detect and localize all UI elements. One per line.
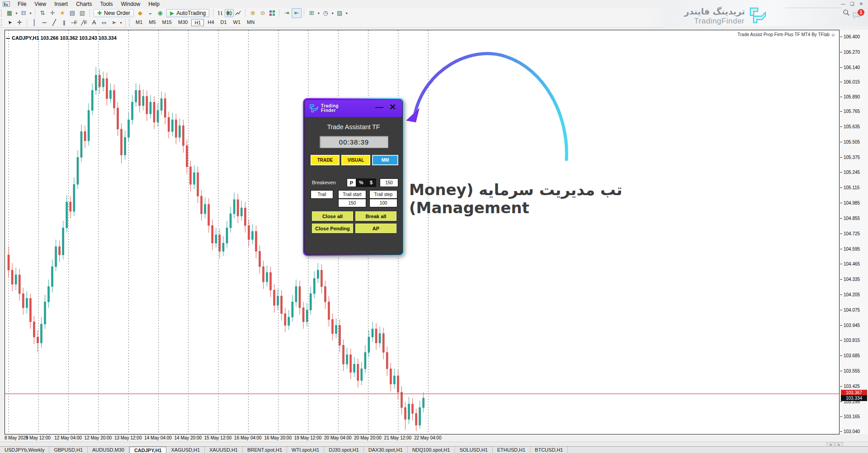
symbol-tab-xauusd-h1[interactable]: XAUUSD,H1 [205,447,243,453]
menu-file[interactable]: File [14,0,30,8]
line-chart-type-icon[interactable] [234,9,243,17]
window-minimize-button[interactable]: — [839,1,847,6]
timeframe-m30[interactable]: M30 [175,19,190,26]
templates-icon[interactable]: ▨ [335,9,344,18]
timeframe-h1[interactable]: H1 [191,19,204,26]
timeframe-m15[interactable]: M15 [160,19,175,26]
search-icon[interactable] [843,9,850,16]
panel-close-button[interactable]: ✕ [389,103,396,111]
breakeven-value-input[interactable]: 150 [380,178,398,187]
bar-chart-type-icon[interactable] [216,9,225,17]
profiles-caret-icon[interactable]: ▾ [28,11,33,15]
tab-trade[interactable]: TRADE [311,155,340,165]
trail-button[interactable]: Trail [311,190,333,199]
new-order-button[interactable]: ✚ New Order [94,9,134,17]
panel-minimize-button[interactable]: — [375,103,383,111]
new-chart-caret-icon[interactable]: ▾ [14,11,19,15]
date-tick-label: 9 May 12:00 [24,435,52,440]
arrows-tool-icon[interactable]: ➢ [109,18,119,27]
toolbar-grip [1,9,3,17]
symbol-tab-xagusd-h1[interactable]: XAGUSD,H1 [166,447,205,453]
metaeditor-icon[interactable]: ◆ [135,9,145,18]
timeframe-m5[interactable]: M5 [146,19,158,26]
menu-tools[interactable]: Tools [96,0,117,8]
symbol-tab-brent-spot-h1[interactable]: BRENT.spot,H1 [243,447,287,453]
autotrading-button[interactable]: ▶ AutoTrading [166,9,209,17]
indicators-caret-icon[interactable]: ▾ [316,11,321,15]
symbol-tab-gbpusd-h1[interactable]: GBPUSD,H1 [49,447,88,453]
tile-windows-icon[interactable] [268,9,277,17]
periods-caret-icon[interactable]: ▾ [330,11,335,15]
symbol-tab-solusd-h1[interactable]: SOLUSD,H1 [455,447,492,453]
strategy-tester-icon[interactable]: ▧ [77,9,87,18]
horizontal-line-tool-icon[interactable]: ─ [39,18,49,27]
close-all-button[interactable]: Close all [312,211,353,221]
trendline-tool-icon[interactable]: ╱ [49,18,59,27]
symbol-tab-btcusd-h1[interactable]: BTCUSD,H1 [530,447,568,453]
menu-window[interactable]: Window [117,0,145,8]
smiley-icon[interactable]: ☺ [831,32,835,37]
timeframe-w1[interactable]: W1 [231,19,244,26]
text-tool-icon[interactable]: A [89,18,99,27]
symbol-tab-cadjpy-h1[interactable]: CADJPY,H1 [129,447,167,453]
arrows-caret-icon[interactable]: ▾ [119,21,123,25]
symbol-tab-ndq100-spot-h1[interactable]: NDQ100.spot,H1 [408,447,455,453]
symbol-tab-wti-spot-h1[interactable]: WTI.spot,H1 [287,447,324,453]
break-all-button[interactable]: Break all [355,211,396,221]
price-tick-label: 106.140 [844,65,860,70]
timeframe-m1[interactable]: M1 [133,19,145,26]
signals-icon[interactable]: ◉ [155,9,165,18]
market-watch-icon[interactable]: ⇅ [38,9,47,18]
symbol-tab-audusd-m30[interactable]: AUDUSD,M30 [88,447,129,453]
menu-charts[interactable]: Charts [72,0,96,8]
vertical-line-tool-icon[interactable]: │ [29,18,39,27]
symbol-tab-dax30-spot-h1[interactable]: DAX30.spot,H1 [364,447,408,453]
zoom-in-icon[interactable]: ⊕ [248,9,258,18]
candlestick-chart-type-icon[interactable] [225,9,234,17]
timeframe-h4[interactable]: H4 [205,19,217,26]
symbol-tab-ethusd-h1[interactable]: ETHUSD,H1 [493,447,530,453]
close-pending-button[interactable]: Close Pending [312,224,353,233]
trail-step-input[interactable]: 100 [369,199,397,207]
fibonacci-tool-icon[interactable]: ┄F [69,18,79,27]
toolbar-standard: ▦ ▾ ⊟ ▾ ⇅ ✛ ★ ▤ ▧ ✚ New Order ◆ ◒ ◉ ▶ Au… [0,8,665,18]
window-close-button[interactable]: ✕ [857,1,865,6]
trade-assistant-header[interactable]: Trading Finder — ✕ [305,100,402,117]
chart-area[interactable] [5,30,840,434]
symbol-tab-dj30-spot-h1[interactable]: DJ30.spot,H1 [324,447,364,453]
window-restore-button[interactable]: ❏ [848,1,856,6]
tab-mm[interactable]: MM [372,155,398,165]
date-axis[interactable]: 8 May 20259 May 12:0012 May 04:0012 May … [5,435,840,441]
menu-insert[interactable]: Insert [50,0,72,8]
zoom-out-icon[interactable]: ⊖ [258,9,268,18]
ap-button[interactable]: AP [355,224,396,233]
auto-scroll-icon[interactable]: ⇥ [282,9,292,18]
templates-caret-icon[interactable]: ▾ [344,11,349,15]
terminal-icon[interactable]: ▤ [67,9,77,18]
community-icon[interactable]: ◒ [145,9,155,18]
menu-help[interactable]: Help [144,0,164,8]
trail-start-input[interactable]: 150 [338,199,366,207]
chart-scrollbar[interactable]: ◂ ▸ [0,442,868,446]
data-window-icon[interactable]: ✛ [47,9,57,18]
breakeven-mode-percent[interactable]: % [356,178,366,187]
price-axis[interactable]: 106.400106.270106.140106.015105.890105.7… [840,30,868,434]
trade-assistant-panel[interactable]: Trading Finder — ✕ Trade Assistant TF 00… [303,98,404,256]
indicators-icon[interactable]: ⊞ [307,9,316,18]
profiles-icon[interactable]: ⊟ [19,9,28,18]
fibonacci-fan-tool-icon[interactable]: ╱F [79,18,89,27]
crosshair-tool-icon[interactable]: ✛ [14,18,24,27]
tab-visual[interactable]: VISUAL [341,155,370,165]
channel-tool-icon[interactable]: ∥ [59,18,69,27]
symbol-tab-usdjpyb-weekly[interactable]: USDJPYb,Weekly [0,447,49,453]
text-label-tool-icon[interactable]: ▭ [99,18,109,27]
breakeven-mode-points[interactable]: P [347,178,356,187]
navigator-icon[interactable]: ★ [57,9,67,18]
periods-icon[interactable]: ◷ [321,9,330,18]
menu-view[interactable]: View [30,0,50,8]
breakeven-mode-dollar[interactable]: $ [366,178,376,187]
price-tick-label: 104.205 [844,292,860,297]
timeframe-mn[interactable]: MN [244,19,257,26]
timeframe-d1[interactable]: D1 [218,19,230,26]
chart-shift-icon[interactable]: ⇤ [292,8,302,18]
